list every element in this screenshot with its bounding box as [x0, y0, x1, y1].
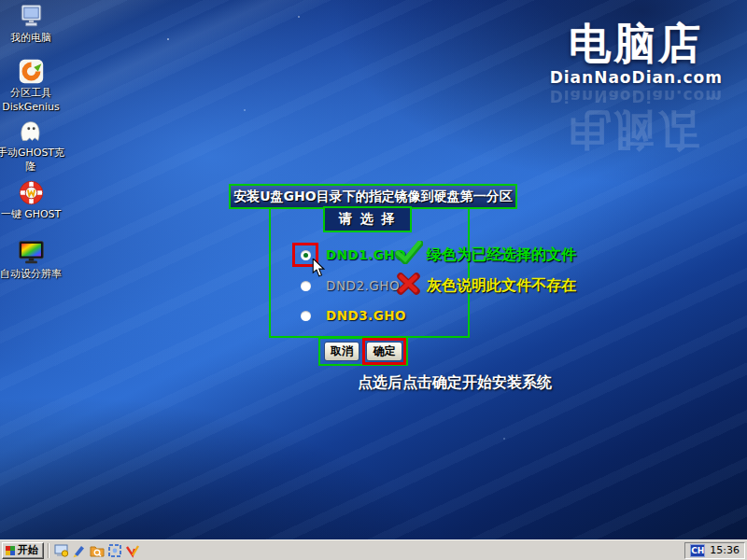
monitor-rainbow-icon [18, 239, 45, 266]
desktop-icon-diskgenius[interactable]: 分区工具 DiskGenius [0, 58, 62, 113]
radio-dnd2[interactable] [301, 281, 311, 291]
taskbar-clock: 15:36 [710, 544, 740, 556]
legend-selected-text: 绿色为已经选择的文件 [427, 245, 576, 265]
screen-capture-icon[interactable] [106, 542, 122, 558]
option-row-dnd1[interactable]: DND1.GHO [292, 242, 406, 268]
option-row-dnd2[interactable]: DND2.GHO [292, 273, 400, 299]
desktop-icon-onekey-ghost[interactable]: 一键 GHOST [0, 179, 62, 220]
folder-search-icon[interactable] [89, 542, 105, 558]
start-logo-icon [6, 546, 15, 555]
radio-dnd3[interactable] [301, 311, 311, 321]
mouse-cursor-icon [312, 259, 325, 278]
desktop-icon-my-computer[interactable]: 我的电脑 [0, 3, 62, 44]
ok-highlight-box: 确定 [362, 338, 406, 365]
ghost-icon [18, 118, 45, 145]
language-indicator[interactable]: CH [690, 544, 705, 557]
bird-app-icon[interactable] [124, 542, 140, 558]
option-label-dnd3[interactable]: DND3.GHO [326, 308, 406, 323]
desktop-icon-label-2: 隆 [26, 161, 36, 173]
desktop-icon-label: 手动GHOST克 [0, 147, 64, 159]
cross-icon [397, 273, 420, 295]
desktop-icon-label: 自动设分辨率 [0, 268, 62, 280]
desktop-icon-label: 分区工具 [10, 87, 51, 99]
dialog-title: 安装U盘GHO目录下的指定镜像到硬盘第一分区 [229, 184, 517, 209]
start-button[interactable]: 开始 [2, 542, 44, 559]
brand-domain: DianNaoDian.com [550, 70, 723, 86]
taskbar: 开始 [0, 539, 747, 560]
system-tray: CH 15:36 [684, 542, 745, 559]
quicklaunch-separator [48, 543, 49, 558]
ok-button[interactable]: 确定 [366, 342, 402, 361]
my-computer-icon [18, 3, 45, 30]
lifebuoy-icon [18, 179, 45, 206]
option-row-dnd3[interactable]: DND3.GHO [292, 302, 406, 329]
paint-tool-icon[interactable] [71, 542, 87, 558]
desktop-icon-label-2: DiskGenius [2, 101, 60, 113]
display-settings-icon[interactable] [53, 542, 69, 558]
radio-dnd1[interactable] [301, 250, 311, 260]
brand-logo: 电脑店 DianNaoDian.com 电脑店 DianNaoDian.com [550, 22, 723, 151]
cancel-button[interactable]: 取消 [324, 342, 359, 361]
brand-title: 电脑店 [550, 22, 723, 64]
desktop-icon-manual-ghost[interactable]: 手动GHOST克 隆 [0, 118, 62, 173]
desktop-icon-label: 我的电脑 [10, 32, 51, 44]
diskgenius-icon [18, 58, 45, 85]
dialog-buttons-frame: 取消 确定 [318, 337, 408, 366]
check-icon [395, 241, 423, 264]
legend-missing-text: 灰色说明此文件不存在 [427, 276, 576, 296]
option-label-dnd2[interactable]: DND2.GHO [326, 278, 400, 293]
desktop-icon-label: 一键 GHOST [1, 208, 62, 220]
start-label: 开始 [18, 543, 38, 557]
dialog-prompt: 请 选 择 [323, 206, 412, 232]
dialog-footer-hint: 点选后点击确定开始安装系统 [358, 373, 552, 393]
brand-logo-reflection: 电脑店 DianNaoDian.com [550, 88, 723, 151]
desktop-icon-auto-resolution[interactable]: 自动设分辨率 [0, 239, 62, 280]
